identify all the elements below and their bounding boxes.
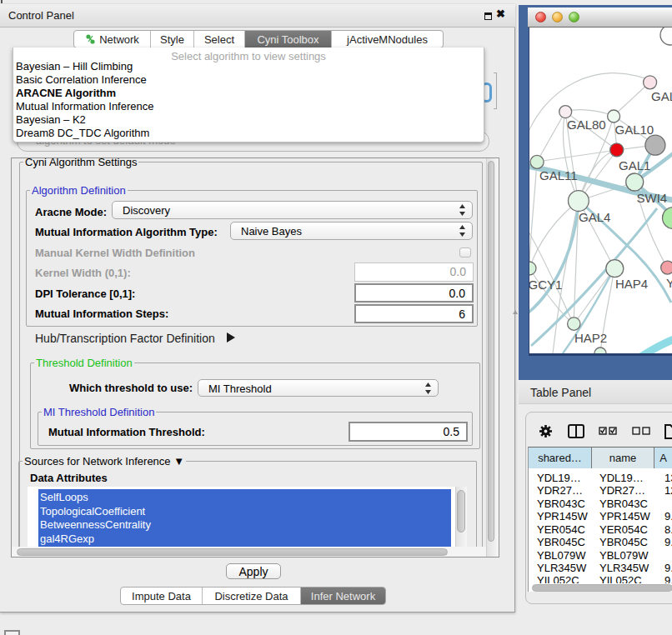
svg-text:GAL11: GAL11 [539, 168, 578, 182]
svg-text:HAP4: HAP4 [615, 277, 648, 291]
svg-text:GAL7: GAL7 [651, 89, 672, 103]
svg-text:SWI4: SWI4 [637, 191, 668, 205]
svg-text:GCY1: GCY1 [529, 278, 562, 292]
svg-text:GAL10: GAL10 [615, 122, 654, 137]
svg-text:GAL80: GAL80 [567, 118, 606, 132]
svg-text:GAL1: GAL1 [619, 158, 650, 172]
svg-text:GAL4: GAL4 [579, 210, 610, 224]
svg-text:HAP2: HAP2 [574, 331, 607, 345]
svg-text:Y: Y [666, 276, 672, 290]
